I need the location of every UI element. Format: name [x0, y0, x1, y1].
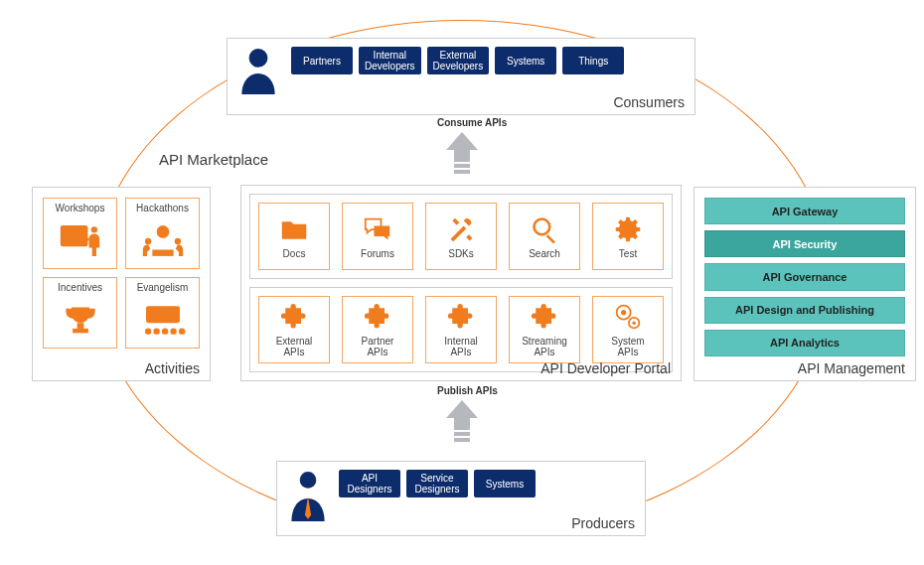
svg-rect-27	[454, 432, 470, 436]
producers-title: Producers	[571, 515, 635, 531]
card-system-apis-label: System APIs	[611, 336, 644, 357]
puzzle-icon	[279, 302, 309, 332]
svg-marker-26	[446, 400, 478, 430]
producer-api-designers: API Designers	[339, 470, 400, 497]
svg-rect-15	[152, 250, 173, 256]
consumer-things: Things	[562, 47, 624, 74]
card-partner-apis: Partner APIs	[342, 296, 413, 363]
folder-icon	[279, 214, 309, 244]
tools-icon	[446, 214, 476, 244]
arrow-up-icon	[444, 132, 480, 176]
svg-point-13	[144, 238, 150, 244]
svg-point-23	[161, 328, 167, 334]
card-external-apis-label: External APIs	[276, 336, 313, 357]
card-internal-apis-label: Internal APIs	[444, 336, 477, 357]
svg-point-14	[174, 238, 180, 244]
card-docs-label: Docs	[283, 248, 306, 259]
presentation-icon	[46, 216, 114, 266]
card-search-label: Search	[529, 248, 560, 259]
svg-rect-2	[454, 164, 470, 168]
gears-icon	[613, 302, 643, 332]
activity-workshops-label: Workshops	[56, 203, 105, 213]
svg-rect-19	[146, 306, 180, 323]
consume-arrow-label: Consume APIs	[437, 117, 487, 128]
card-forums: Forums	[342, 203, 413, 270]
svg-rect-5	[546, 234, 555, 243]
producer-systems: Systems	[474, 470, 536, 497]
developer-portal-panel: Docs Forums SDKs Search Test	[240, 185, 682, 381]
svg-rect-17	[73, 329, 88, 334]
activity-evangelism-label: Evangelism	[137, 282, 189, 293]
management-title: API Management	[798, 360, 905, 376]
consumer-systems: Systems	[495, 47, 556, 74]
svg-rect-28	[454, 438, 470, 442]
producers-panel: API Designers Service Designers Systems …	[276, 461, 646, 536]
svg-point-22	[153, 328, 159, 334]
activity-workshops: Workshops	[43, 198, 117, 269]
puzzle-icon	[363, 302, 392, 332]
mgmt-analytics: API Analytics	[704, 330, 905, 356]
person-tie-icon	[287, 470, 329, 525]
card-sdks-label: SDKs	[448, 248, 474, 259]
producer-service-designers: Service Designers	[406, 470, 468, 497]
card-sdks: SDKs	[425, 203, 497, 270]
svg-point-21	[144, 328, 150, 334]
consumer-internal-devs: Internal Developers	[359, 47, 421, 74]
puzzle-icon	[530, 302, 559, 332]
person-icon	[237, 47, 283, 98]
arrow-up-icon	[444, 400, 480, 444]
card-system-apis: System APIs	[592, 296, 664, 363]
audience-icon	[128, 296, 197, 346]
card-external-apis: External APIs	[258, 296, 330, 363]
puzzle-icon	[446, 302, 476, 332]
card-partner-apis-label: Partner APIs	[362, 336, 394, 357]
card-docs: Docs	[258, 203, 330, 270]
card-forums-label: Forums	[361, 248, 394, 259]
card-streaming-apis-label: Streaming APIs	[522, 336, 567, 357]
team-icon	[128, 216, 197, 266]
svg-rect-16	[77, 323, 83, 329]
svg-point-25	[178, 328, 184, 334]
svg-point-4	[535, 218, 550, 234]
producers-chip-row: API Designers Service Designers Systems	[339, 470, 536, 497]
svg-point-29	[300, 472, 317, 489]
activities-panel: Workshops Hackathons Incentives Evangeli…	[32, 187, 211, 381]
activities-title: Activities	[145, 360, 200, 376]
consumers-title: Consumers	[613, 94, 685, 110]
activity-incentives-label: Incentives	[58, 282, 102, 293]
activity-hackathons-label: Hackathons	[136, 203, 189, 213]
svg-point-0	[249, 49, 268, 68]
card-search: Search	[509, 203, 580, 270]
svg-point-7	[621, 310, 626, 315]
svg-point-9	[632, 321, 636, 325]
activity-hackathons: Hackathons	[125, 198, 200, 269]
marketplace-label: API Marketplace	[159, 151, 268, 168]
mgmt-security: API Security	[704, 230, 905, 257]
mgmt-design-publishing: API Design and Publishing	[704, 297, 905, 324]
consumer-external-devs: External Developers	[427, 47, 490, 74]
mgmt-governance: API Governance	[704, 263, 905, 290]
card-streaming-apis: Streaming APIs	[509, 296, 580, 363]
mgmt-gateway: API Gateway	[704, 198, 905, 224]
svg-point-24	[170, 328, 176, 334]
search-icon	[530, 214, 559, 244]
consumer-partners: Partners	[291, 47, 353, 74]
activity-incentives: Incentives	[43, 277, 117, 349]
consumers-chip-row: Partners Internal Developers External De…	[291, 47, 624, 74]
svg-rect-20	[150, 310, 154, 313]
api-management-panel: API Gateway API Security API Governance …	[693, 187, 916, 381]
card-test: Test	[592, 203, 664, 270]
svg-marker-1	[446, 132, 478, 162]
publish-arrow: Publish APIs	[437, 385, 487, 444]
trophy-icon	[46, 296, 114, 346]
consumers-panel: Partners Internal Developers External De…	[227, 38, 695, 115]
portal-row-tools: Docs Forums SDKs Search Test	[249, 194, 673, 279]
portal-title: API Developer Portal	[540, 360, 671, 376]
card-internal-apis: Internal APIs	[425, 296, 497, 363]
gear-icon	[613, 214, 643, 244]
svg-rect-3	[454, 170, 470, 174]
activity-evangelism: Evangelism	[125, 277, 200, 349]
svg-point-11	[90, 226, 96, 232]
chat-icon	[363, 214, 392, 244]
publish-arrow-label: Publish APIs	[437, 385, 487, 396]
